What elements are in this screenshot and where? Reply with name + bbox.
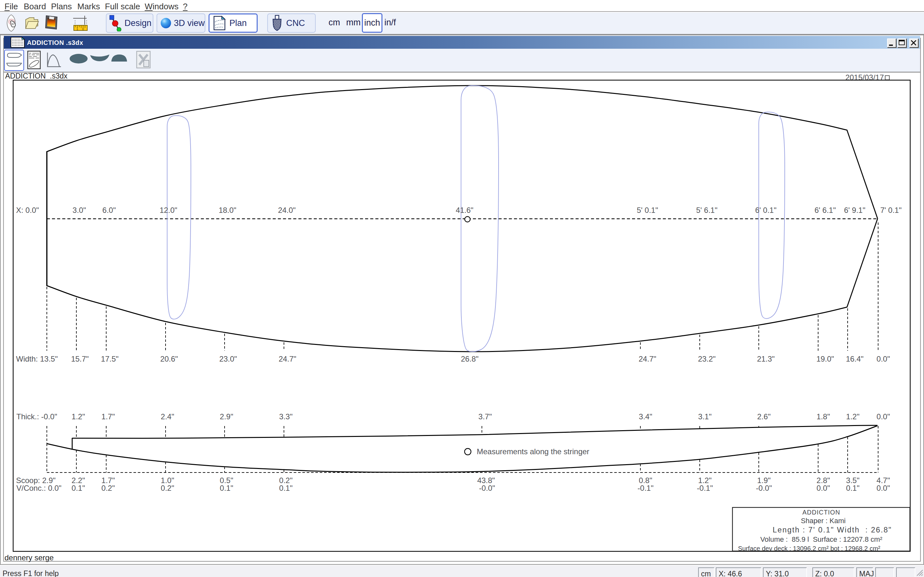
svg-text:3.4": 3.4" [639, 412, 652, 421]
svg-text:6' 9.1": 6' 9.1" [844, 206, 865, 214]
svg-text:0.2": 0.2" [102, 484, 115, 492]
svg-text:0.0": 0.0" [877, 412, 890, 421]
svg-text:Measurements along the stringe: Measurements along the stringer [477, 447, 590, 456]
svg-text:6' 0.1": 6' 0.1" [755, 206, 776, 214]
svg-text:-0.1": -0.1" [697, 484, 713, 492]
svg-text:26.8": 26.8" [461, 355, 478, 363]
svg-text:Scoop: 2.9": Scoop: 2.9" [16, 476, 55, 485]
svg-text:0.1": 0.1" [220, 484, 233, 492]
svg-text:1.2": 1.2" [71, 412, 85, 421]
svg-text:Width: 13.5": Width: 13.5" [16, 355, 58, 363]
svg-text:12.0": 12.0" [160, 206, 177, 214]
svg-text:20.6": 20.6" [160, 355, 178, 363]
svg-text:21.3": 21.3" [757, 355, 774, 363]
svg-text:dennery serge: dennery serge [5, 553, 53, 562]
svg-text:19.0": 19.0" [816, 355, 834, 363]
svg-text:3.1": 3.1" [698, 412, 712, 421]
svg-text:24.7": 24.7" [278, 355, 296, 363]
svg-text:24.7": 24.7" [638, 355, 656, 363]
svg-text:23.2": 23.2" [698, 355, 716, 363]
svg-text:17.5": 17.5" [101, 355, 118, 363]
svg-text:Thick.: -0.0": Thick.: -0.0" [16, 412, 57, 421]
svg-text:-0.1": -0.1" [638, 484, 654, 492]
svg-text:3.7": 3.7" [478, 412, 492, 421]
svg-text:6' 6.1": 6' 6.1" [814, 206, 836, 214]
svg-text:1.7": 1.7" [102, 412, 115, 421]
svg-text:0.0": 0.0" [817, 484, 830, 492]
svg-text:Surface dev deck : 13096.2 cm²: Surface dev deck : 13096.2 cm² bot : 129… [738, 545, 880, 552]
svg-text:0.2": 0.2" [279, 476, 292, 485]
svg-text:0.0": 0.0" [877, 484, 890, 492]
svg-text:1.7": 1.7" [102, 476, 115, 485]
svg-text:2.8": 2.8" [817, 476, 830, 485]
svg-text:Shaper : Kami: Shaper : Kami [801, 517, 845, 525]
svg-text:1.0": 1.0" [161, 476, 174, 485]
svg-text:4.7": 4.7" [877, 476, 890, 485]
svg-text:-0.0": -0.0" [479, 484, 495, 492]
svg-text:2.2": 2.2" [71, 476, 85, 485]
svg-text:1.2": 1.2" [698, 476, 712, 485]
svg-text:0.2": 0.2" [161, 484, 174, 492]
svg-text:ADDICTION .s3dx: ADDICTION .s3dx [5, 72, 68, 80]
svg-text:23.0": 23.0" [219, 355, 237, 363]
svg-text:0.1": 0.1" [846, 484, 859, 492]
svg-text:18.0": 18.0" [218, 206, 236, 214]
svg-text:16.4": 16.4" [846, 355, 863, 363]
svg-text:5' 0.1": 5' 0.1" [637, 206, 658, 214]
svg-text:ADDICTION: ADDICTION [803, 509, 840, 516]
svg-text:Length : 7' 0.1" Width : 26.8: Length : 7' 0.1" Width : 26.8" [772, 526, 892, 534]
svg-text:6.0": 6.0" [102, 206, 116, 214]
svg-text:V/Conc.: 0.0": V/Conc.: 0.0" [16, 484, 61, 492]
svg-text:2.6": 2.6" [757, 412, 771, 421]
svg-text:3.0": 3.0" [73, 206, 86, 214]
svg-text:X: 0.0": X: 0.0" [16, 206, 39, 214]
svg-text:0.0": 0.0" [877, 355, 890, 363]
svg-text:1.2": 1.2" [846, 412, 859, 421]
svg-text:2.9": 2.9" [220, 412, 233, 421]
svg-text:7' 0.1": 7' 0.1" [880, 206, 901, 214]
svg-text:15.7": 15.7" [71, 355, 89, 363]
svg-text:1.8": 1.8" [817, 412, 830, 421]
svg-text:3.3": 3.3" [279, 412, 292, 421]
svg-text:Volume : 85.9 l Surface : 12: Volume : 85.9 l Surface : 12207.8 cm² [760, 535, 882, 543]
svg-text:24.0": 24.0" [278, 206, 296, 214]
svg-text:0.1": 0.1" [71, 484, 85, 492]
svg-text:2.4": 2.4" [161, 412, 174, 421]
svg-text:43.8": 43.8" [477, 476, 495, 485]
svg-text:3.5": 3.5" [846, 476, 859, 485]
svg-text:5' 6.1": 5' 6.1" [696, 206, 717, 214]
svg-text:0.5": 0.5" [220, 476, 233, 485]
svg-text:-0.0": -0.0" [756, 484, 772, 492]
svg-text:0.8": 0.8" [639, 476, 652, 485]
svg-text:41.6": 41.6" [456, 206, 473, 214]
svg-text:0.1": 0.1" [279, 484, 292, 492]
svg-text:1.9": 1.9" [757, 476, 771, 485]
